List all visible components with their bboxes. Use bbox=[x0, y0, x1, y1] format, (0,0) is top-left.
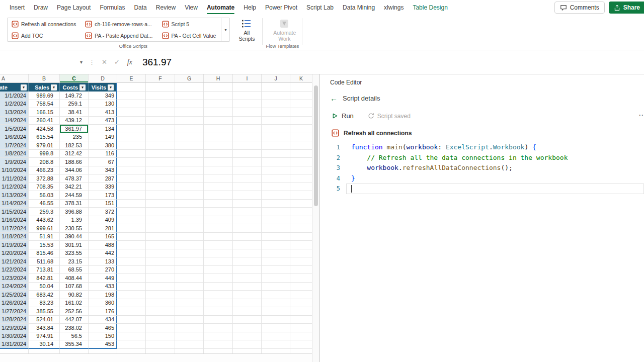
code-line-4[interactable]: 4} bbox=[320, 173, 644, 184]
cell-I24[interactable] bbox=[233, 274, 262, 283]
cell-K26[interactable] bbox=[290, 291, 312, 299]
cell-D4[interactable]: 413 bbox=[89, 108, 117, 117]
cell-B6[interactable]: 424.58 bbox=[29, 125, 60, 133]
name-box[interactable]: ▾ bbox=[0, 50, 86, 74]
cell-G10[interactable] bbox=[175, 158, 204, 166]
cell-E18[interactable] bbox=[117, 224, 146, 233]
cell-D2[interactable]: 349 bbox=[89, 92, 117, 100]
cell-F33[interactable] bbox=[146, 349, 175, 354]
cell-I17[interactable] bbox=[233, 216, 262, 225]
cell-B5[interactable]: 260.41 bbox=[29, 117, 60, 125]
cell-I29[interactable] bbox=[233, 316, 262, 324]
cell-F31[interactable] bbox=[146, 332, 175, 341]
cell-J33[interactable] bbox=[262, 349, 290, 354]
script-button-add-toc[interactable]: Add TOC bbox=[8, 30, 81, 41]
cell-J2[interactable] bbox=[262, 92, 290, 100]
cell-C32[interactable]: 355.34 bbox=[60, 340, 89, 349]
cell-K33[interactable] bbox=[290, 349, 312, 354]
cell-G15[interactable] bbox=[175, 200, 204, 208]
cell-E29[interactable] bbox=[117, 316, 146, 324]
cell-H10[interactable] bbox=[204, 158, 233, 166]
cell-H1[interactable] bbox=[204, 83, 233, 92]
cell-G17[interactable] bbox=[175, 216, 204, 225]
cell-J21[interactable] bbox=[262, 249, 290, 258]
cell-I13[interactable] bbox=[233, 183, 262, 192]
column-header-h[interactable]: H bbox=[204, 74, 233, 82]
cell-B13[interactable]: 708.35 bbox=[29, 183, 60, 192]
cell-B8[interactable]: 979.01 bbox=[29, 141, 60, 150]
cell-D10[interactable]: 67 bbox=[89, 158, 117, 166]
cell-J24[interactable] bbox=[262, 274, 290, 283]
cell-H14[interactable] bbox=[204, 191, 233, 200]
cell-K23[interactable] bbox=[290, 266, 312, 275]
cell-G11[interactable] bbox=[175, 166, 204, 175]
cell-C12[interactable]: 478.37 bbox=[60, 174, 89, 183]
vertical-scrollbar-thumb[interactable] bbox=[314, 85, 318, 206]
cell-H24[interactable] bbox=[204, 274, 233, 283]
gallery-more-button[interactable]: ▾ bbox=[221, 18, 229, 41]
cell-C9[interactable]: 312.42 bbox=[60, 150, 89, 158]
cell-C15[interactable]: 378.31 bbox=[60, 200, 89, 208]
back-arrow-icon[interactable]: ← bbox=[330, 95, 338, 102]
cell-C33[interactable] bbox=[60, 349, 89, 354]
cell-K9[interactable] bbox=[290, 150, 312, 158]
cell-K11[interactable] bbox=[290, 166, 312, 175]
tab-review[interactable]: Review bbox=[151, 0, 180, 15]
grid[interactable]: Date▾Sales▾Costs▾Visits▾1/1/2024989.6914… bbox=[0, 83, 312, 353]
code-line-3[interactable]: 3 workbook.refreshAllDataConnections(); bbox=[320, 163, 644, 173]
cell-E25[interactable] bbox=[117, 283, 146, 291]
cell-A26[interactable]: 1/25/2024 bbox=[0, 291, 29, 299]
cell-F8[interactable] bbox=[146, 141, 175, 150]
cell-A2[interactable]: 1/1/2024 bbox=[0, 92, 29, 100]
cell-F22[interactable] bbox=[146, 257, 175, 266]
cell-G23[interactable] bbox=[175, 266, 204, 275]
cell-A11[interactable]: 1/10/2024 bbox=[0, 166, 29, 175]
cell-I26[interactable] bbox=[233, 291, 262, 299]
cell-I3[interactable] bbox=[233, 100, 262, 109]
cell-D23[interactable]: 270 bbox=[89, 266, 117, 275]
cell-D24[interactable]: 449 bbox=[89, 274, 117, 283]
cell-A30[interactable]: 1/29/2024 bbox=[0, 324, 29, 332]
cell-I22[interactable] bbox=[233, 257, 262, 266]
cell-D16[interactable]: 372 bbox=[89, 208, 117, 216]
cell-B7[interactable]: 615.54 bbox=[29, 133, 60, 142]
cell-G5[interactable] bbox=[175, 117, 204, 125]
cell-A32[interactable]: 1/31/2024 bbox=[0, 340, 29, 349]
cell-K5[interactable] bbox=[290, 117, 312, 125]
cell-C19[interactable]: 390.44 bbox=[60, 233, 89, 241]
cell-I12[interactable] bbox=[233, 174, 262, 183]
tab-data[interactable]: Data bbox=[129, 0, 151, 15]
cell-A22[interactable]: 1/21/2024 bbox=[0, 257, 29, 266]
cell-F27[interactable] bbox=[146, 299, 175, 308]
cell-B20[interactable]: 15.53 bbox=[29, 241, 60, 249]
cell-A24[interactable]: 1/23/2024 bbox=[0, 274, 29, 283]
cell-A19[interactable]: 1/18/2024 bbox=[0, 233, 29, 241]
cell-A3[interactable]: 1/2/2024 bbox=[0, 100, 29, 109]
cell-D11[interactable]: 343 bbox=[89, 166, 117, 175]
column-header-c[interactable]: C bbox=[60, 74, 89, 82]
cell-B19[interactable]: 51.91 bbox=[29, 233, 60, 241]
cell-A15[interactable]: 1/14/2024 bbox=[0, 200, 29, 208]
cell-H22[interactable] bbox=[204, 257, 233, 266]
table-header-date[interactable]: Date▾ bbox=[0, 83, 29, 92]
cell-J1[interactable] bbox=[262, 83, 290, 92]
cell-H26[interactable] bbox=[204, 291, 233, 299]
cell-J28[interactable] bbox=[262, 307, 290, 316]
column-header-b[interactable]: B bbox=[29, 74, 60, 82]
cell-E28[interactable] bbox=[117, 307, 146, 316]
cell-G1[interactable] bbox=[175, 83, 204, 92]
cell-F24[interactable] bbox=[146, 274, 175, 283]
cell-D29[interactable]: 434 bbox=[89, 316, 117, 324]
cell-D6[interactable]: 134 bbox=[89, 125, 117, 133]
cell-J31[interactable] bbox=[262, 332, 290, 341]
cell-C8[interactable]: 182.53 bbox=[60, 141, 89, 150]
cell-E2[interactable] bbox=[117, 92, 146, 100]
cell-G29[interactable] bbox=[175, 316, 204, 324]
cell-K32[interactable] bbox=[290, 340, 312, 349]
cell-K4[interactable] bbox=[290, 108, 312, 117]
cell-E5[interactable] bbox=[117, 117, 146, 125]
cell-G14[interactable] bbox=[175, 191, 204, 200]
all-scripts-button[interactable]: All Scripts bbox=[234, 17, 259, 42]
cell-G19[interactable] bbox=[175, 233, 204, 241]
cell-A21[interactable]: 1/20/2024 bbox=[0, 249, 29, 258]
